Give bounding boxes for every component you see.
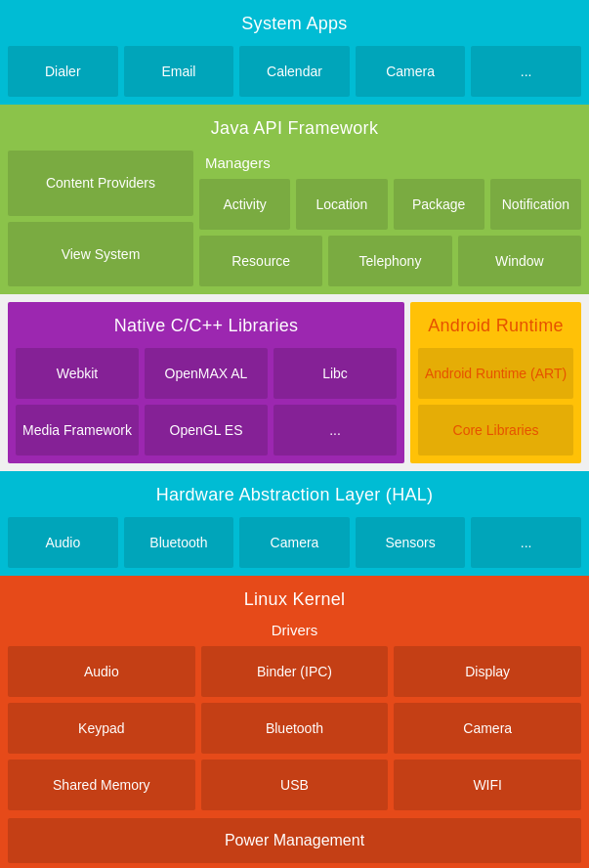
runtime-title: Android Runtime <box>418 310 573 342</box>
java-api-title: Java API Framework <box>8 112 581 145</box>
notification-cell: Notification <box>490 179 581 230</box>
openmax-cell: OpenMAX AL <box>145 348 268 399</box>
core-libraries-cell: Core Libraries <box>418 405 573 456</box>
binder-driver-cell: Binder (IPC) <box>201 646 389 697</box>
native-row1: Webkit OpenMAX AL Libc <box>16 348 397 399</box>
email-cell: Email <box>124 46 234 97</box>
system-apps-layer: System Apps Dialer Email Calendar Camera… <box>0 0 589 105</box>
display-driver-cell: Display <box>394 646 581 697</box>
dialer-cell: Dialer <box>8 46 118 97</box>
java-left-section: Content Providers View System <box>8 151 193 286</box>
java-api-inner: Content Providers View System Managers A… <box>8 151 581 286</box>
webkit-cell: Webkit <box>16 348 139 399</box>
native-more-cell: ... <box>273 405 397 456</box>
media-framework-cell: Media Framework <box>16 405 139 456</box>
usb-driver-cell: USB <box>201 760 389 810</box>
drivers-row3: Shared Memory USB WIFI <box>8 760 581 810</box>
keypad-driver-cell: Keypad <box>8 703 195 754</box>
package-cell: Package <box>394 179 484 230</box>
native-row2: Media Framework OpenGL ES ... <box>16 405 397 456</box>
native-layer: Native C/C++ Libraries Webkit OpenMAX AL… <box>8 302 404 463</box>
camera-driver-cell: Camera <box>394 703 581 754</box>
shared-memory-driver-cell: Shared Memory <box>8 760 195 810</box>
hal-bluetooth-cell: Bluetooth <box>124 517 234 568</box>
managers-row1: Activity Location Package Notification <box>199 179 581 230</box>
calendar-cell: Calendar <box>239 46 350 97</box>
drivers-row1: Audio Binder (IPC) Display <box>8 646 581 697</box>
native-runtime-wrapper: Native C/C++ Libraries Webkit OpenMAX AL… <box>0 294 589 471</box>
libc-cell: Libc <box>273 348 397 399</box>
bluetooth-driver-cell: Bluetooth <box>201 703 389 754</box>
power-management-cell: Power Management <box>8 818 581 863</box>
hal-layer: Hardware Abstraction Layer (HAL) Audio B… <box>0 471 589 576</box>
window-cell: Window <box>458 236 581 286</box>
hal-more-cell: ... <box>471 517 581 568</box>
opengl-cell: OpenGL ES <box>145 405 268 456</box>
runtime-layer: Android Runtime Android Runtime (ART) Co… <box>410 302 581 463</box>
managers-row2: Resource Telephony Window <box>199 236 581 286</box>
wifi-driver-cell: WIFI <box>394 760 581 810</box>
java-api-layer: Java API Framework Content Providers Vie… <box>0 105 589 294</box>
hal-camera-cell: Camera <box>239 517 350 568</box>
drivers-row2: Keypad Bluetooth Camera <box>8 703 581 754</box>
more-cell: ... <box>471 46 581 97</box>
hal-audio-cell: Audio <box>8 517 118 568</box>
managers-title: Managers <box>199 151 581 173</box>
hal-title: Hardware Abstraction Layer (HAL) <box>8 479 581 511</box>
native-title: Native C/C++ Libraries <box>16 310 397 342</box>
drivers-title: Drivers <box>8 622 581 640</box>
art-cell: Android Runtime (ART) <box>418 348 573 399</box>
activity-cell: Activity <box>199 179 290 230</box>
telephony-cell: Telephony <box>328 236 451 286</box>
view-system-cell: View System <box>8 222 193 287</box>
system-apps-row: Dialer Email Calendar Camera ... <box>8 46 581 97</box>
audio-driver-cell: Audio <box>8 646 195 697</box>
hal-row: Audio Bluetooth Camera Sensors ... <box>8 517 581 568</box>
hal-sensors-cell: Sensors <box>356 517 466 568</box>
content-providers-cell: Content Providers <box>8 151 193 216</box>
location-cell: Location <box>296 179 387 230</box>
java-right-section: Managers Activity Location Package Notif… <box>199 151 581 286</box>
resource-cell: Resource <box>199 236 322 286</box>
camera-cell: Camera <box>356 46 466 97</box>
linux-layer: Linux Kernel Drivers Audio Binder (IPC) … <box>0 576 589 868</box>
system-apps-title: System Apps <box>8 8 581 40</box>
linux-title: Linux Kernel <box>8 584 581 616</box>
